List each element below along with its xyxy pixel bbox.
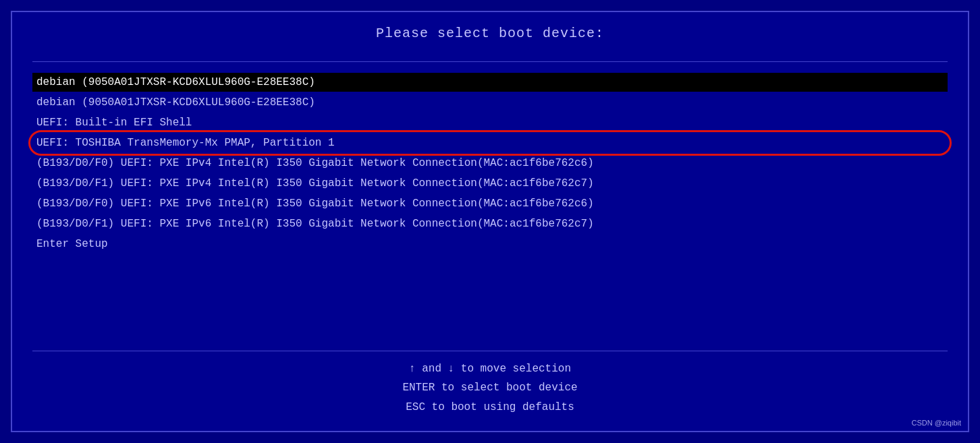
boot-menu-item-2[interactable]: UEFI: Built-in EFI Shell xyxy=(32,113,948,132)
bios-screen: Please select boot device: debian (9050A… xyxy=(11,11,969,432)
boot-menu[interactable]: debian (9050A01JTXSR-KCD6XLUL960G-E28EE3… xyxy=(32,73,948,344)
title-area: Please select boot device: xyxy=(32,26,948,48)
page-title: Please select boot device: xyxy=(376,26,604,41)
footer-line2: ENTER to select boot device xyxy=(32,378,948,398)
boot-menu-item-0[interactable]: debian (9050A01JTXSR-KCD6XLUL960G-E28EE3… xyxy=(32,73,948,92)
boot-menu-item-4[interactable]: (B193/D0/F0) UEFI: PXE IPv4 Intel(R) I35… xyxy=(32,154,948,173)
watermark: CSDN @ziqibit xyxy=(911,419,961,427)
boot-menu-item-1[interactable]: debian (9050A01JTXSR-KCD6XLUL960G-E28EE3… xyxy=(32,93,948,112)
boot-menu-item-7[interactable]: (B193/D0/F1) UEFI: PXE IPv6 Intel(R) I35… xyxy=(32,214,948,233)
footer-line1: ↑ and ↓ to move selection xyxy=(32,359,948,379)
boot-menu-item-3[interactable]: UEFI: TOSHIBA TransMemory-Mx PMAP, Parti… xyxy=(32,134,948,152)
bottom-divider xyxy=(32,351,948,351)
boot-menu-item-5[interactable]: (B193/D0/F1) UEFI: PXE IPv4 Intel(R) I35… xyxy=(32,174,948,193)
top-divider xyxy=(32,61,948,62)
boot-menu-item-6[interactable]: (B193/D0/F0) UEFI: PXE IPv6 Intel(R) I35… xyxy=(32,194,948,213)
boot-menu-item-8[interactable]: Enter Setup xyxy=(32,235,948,254)
footer-area: ↑ and ↓ to move selection ENTER to selec… xyxy=(32,359,948,417)
footer-line3: ESC to boot using defaults xyxy=(32,398,948,417)
